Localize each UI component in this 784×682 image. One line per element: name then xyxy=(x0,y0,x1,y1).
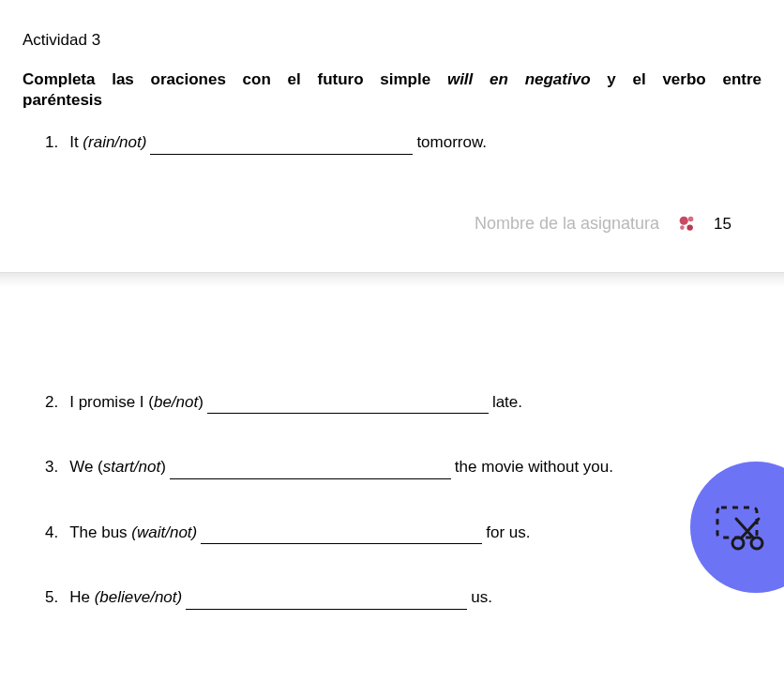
exercise-pre: The bus xyxy=(69,521,131,545)
exercise-hint: be/not xyxy=(154,390,198,415)
exercise-pre: He xyxy=(69,585,94,610)
instructions-part1: Completa las oraciones con el futuro sim… xyxy=(23,70,447,88)
svg-point-3 xyxy=(680,226,685,231)
instructions-italic: will en negativo xyxy=(447,70,591,88)
scissors-icon xyxy=(714,500,768,554)
subject-name: Nombre de la asignatura xyxy=(475,211,659,236)
exercise-hint: (wait/not) xyxy=(131,521,197,545)
instructions: Completa las oraciones con el futuro sim… xyxy=(23,69,761,113)
exercise-blank[interactable] xyxy=(186,592,467,610)
page-bottom: 2. I promise I (be/not) late. 3. We (sta… xyxy=(0,287,784,610)
exercise-list-2: 2. I promise I (be/not) late. 3. We (sta… xyxy=(23,390,761,610)
exercise-list-1: 1. It (rain/not) tomorrow. xyxy=(23,130,761,155)
exercise-post: the movie without you. xyxy=(455,455,613,479)
exercise-hint-close: ) xyxy=(160,455,166,479)
svg-point-1 xyxy=(688,217,694,222)
exercise-post: late. xyxy=(492,390,522,415)
exercise-item: 1. It (rain/not) tomorrow. xyxy=(45,130,761,155)
exercise-hint: (rain/not) xyxy=(83,130,146,155)
exercise-hint: (believe/not) xyxy=(95,585,183,610)
exercise-hint: start/not xyxy=(103,455,160,479)
page-number: 15 xyxy=(714,212,731,236)
exercise-blank[interactable] xyxy=(201,527,482,545)
exercise-post: us. xyxy=(471,585,492,610)
exercise-item: 3. We (start/not) the movie without you. xyxy=(45,455,761,479)
activity-title: Actividad 3 xyxy=(23,28,761,53)
exercise-item: 2. I promise I (be/not) late. xyxy=(45,390,761,415)
exercise-item: 5. He (believe/not) us. xyxy=(45,585,761,610)
svg-point-0 xyxy=(680,217,688,225)
page-top: Actividad 3 Completa las oraciones con e… xyxy=(0,0,784,236)
exercise-hint-close: ) xyxy=(198,390,204,415)
exercise-number: 3. xyxy=(45,455,58,479)
exercise-blank[interactable] xyxy=(207,397,489,415)
exercise-blank[interactable] xyxy=(170,462,451,479)
exercise-number: 5. xyxy=(45,585,58,610)
exercise-blank[interactable] xyxy=(150,137,413,155)
logo-icon xyxy=(676,213,697,234)
exercise-number: 4. xyxy=(45,521,58,545)
exercise-pre: It xyxy=(69,130,83,155)
exercise-pre: I promise I ( xyxy=(69,390,154,415)
exercise-number: 1. xyxy=(45,130,58,155)
svg-point-2 xyxy=(687,225,693,231)
page-break xyxy=(0,272,784,287)
exercise-post: for us. xyxy=(486,521,530,545)
exercise-post: tomorrow. xyxy=(416,130,487,155)
exercise-number: 2. xyxy=(45,390,58,415)
exercise-pre: We ( xyxy=(69,455,103,479)
page-footer: Nombre de la asignatura 15 xyxy=(23,211,761,236)
exercise-item: 4. The bus (wait/not) for us. xyxy=(45,521,761,545)
